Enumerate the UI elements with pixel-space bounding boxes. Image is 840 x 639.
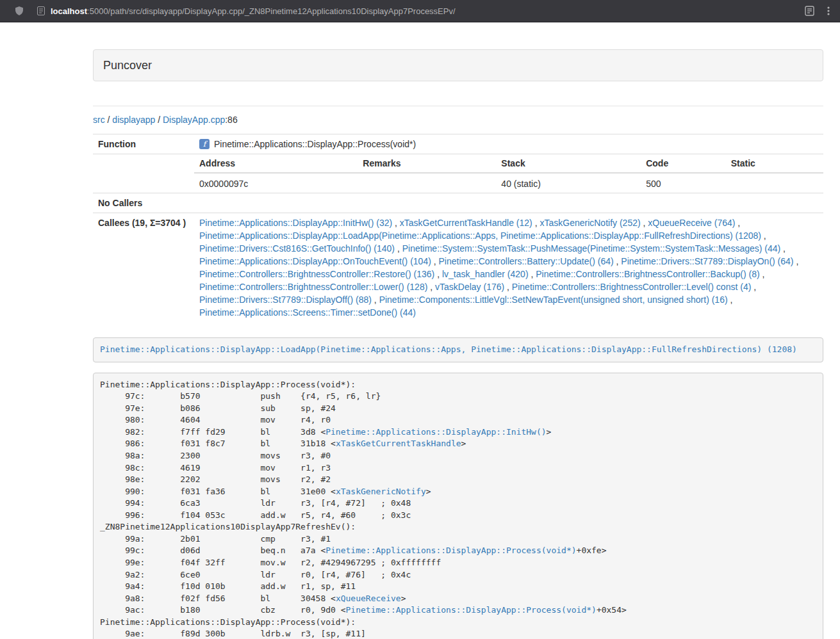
callee-link[interactable]: Pinetime::Controllers::BrightnessControl…: [512, 282, 751, 292]
selected-symbol-box: Pinetime::Applications::DisplayApp::Load…: [93, 337, 823, 362]
selected-symbol-link[interactable]: Pinetime::Applications::DisplayApp::Load…: [100, 344, 797, 354]
breadcrumb: src / displayapp / DisplayApp.cpp:86: [93, 113, 823, 126]
stats-header-row: Address Remarks Stack Code Static: [194, 154, 823, 173]
disassembly-symbol-link[interactable]: Pinetime::Applications::DisplayApp::Proc…: [346, 605, 597, 615]
callee-link[interactable]: xTaskGetCurrentTaskHandle (12): [400, 218, 532, 228]
callee-separator: ,: [504, 282, 512, 292]
callees-row: Callees (19, Σ=3704 ) Pinetime::Applicat…: [93, 213, 823, 323]
no-callers-label: No Callers: [93, 193, 194, 213]
callee-separator: ,: [392, 218, 400, 228]
function-row-label: Function: [93, 134, 194, 154]
callee-link[interactable]: Pinetime::Applications::DisplayApp::Load…: [199, 231, 761, 241]
callee-link[interactable]: Pinetime::Controllers::Battery::Update()…: [439, 256, 614, 266]
callee-separator: ,: [735, 218, 740, 228]
stats-value-row: 0x0000097c 40 (static) 500: [194, 173, 823, 193]
stats-header-code: Code: [641, 154, 726, 173]
stats-row: Address Remarks Stack Code Static 0x0000…: [93, 154, 823, 193]
browser-toolbar: localhost:5000/path/src/displayapp/Displ…: [0, 0, 840, 22]
callee-link[interactable]: Pinetime::Drivers::St7789::DisplayOn() (…: [621, 256, 793, 266]
url-host: localhost: [51, 6, 87, 16]
callee-separator: ,: [761, 231, 766, 241]
callee-separator: ,: [641, 218, 648, 228]
callee-link[interactable]: Pinetime::Applications::DisplayApp::OnTo…: [199, 256, 431, 266]
page-content: Puncover src / displayapp / DisplayApp.c…: [93, 49, 823, 639]
stats-header-address: Address: [194, 154, 358, 173]
app-title: Puncover: [94, 50, 823, 81]
function-name: Pinetime::Applications::DisplayApp::Proc…: [214, 139, 416, 149]
callee-separator: ,: [529, 269, 536, 279]
callee-separator: ,: [794, 256, 799, 266]
url-bar[interactable]: localhost:5000/path/src/displayapp/Displ…: [37, 6, 805, 16]
callee-link[interactable]: Pinetime::Applications::DisplayApp::Init…: [199, 218, 392, 228]
disassembly-symbol-link[interactable]: Pinetime::Applications::DisplayApp::Proc…: [325, 546, 576, 555]
stats-header-stack: Stack: [496, 154, 641, 173]
url-text: localhost:5000/path/src/displayapp/Displ…: [51, 6, 456, 16]
stats-value-address: 0x0000097c: [194, 173, 358, 193]
no-callers-row: No Callers: [93, 193, 823, 213]
disassembly-code: Pinetime::Applications::DisplayApp::Proc…: [93, 373, 823, 639]
breadcrumb-link-displayapp[interactable]: displayapp: [112, 115, 155, 125]
breadcrumb-separator: /: [108, 115, 110, 125]
stats-header-static: Static: [726, 154, 823, 173]
stats-row-label: [93, 154, 194, 193]
callee-link[interactable]: Pinetime::Drivers::Cst816S::GetTouchInfo…: [199, 243, 395, 254]
callee-link[interactable]: Pinetime::Controllers::BrightnessControl…: [199, 282, 427, 292]
stats-value-code: 500: [641, 173, 726, 193]
divider: [93, 106, 823, 106]
breadcrumb-link-src[interactable]: src: [93, 115, 105, 125]
disassembly-symbol-link[interactable]: xTaskGetCurrentTaskHandle: [336, 439, 461, 448]
callee-separator: ,: [751, 282, 756, 292]
shield-icon[interactable]: [14, 6, 24, 16]
callee-separator: ,: [431, 256, 439, 266]
callee-link[interactable]: lv_task_handler (420): [442, 269, 529, 279]
callee-separator: ,: [728, 295, 733, 305]
callee-link[interactable]: Pinetime::Drivers::St7789::DisplayOff() …: [199, 295, 372, 305]
stats-value-static: [726, 173, 823, 193]
app-panel: Puncover: [93, 49, 823, 81]
breadcrumb-separator: /: [158, 115, 160, 125]
callee-separator: ,: [532, 218, 540, 228]
callee-link[interactable]: Pinetime::Controllers::BrightnessControl…: [536, 269, 759, 279]
callee-link[interactable]: xQueueReceive (764): [648, 218, 735, 228]
stats-header-remarks: Remarks: [358, 154, 496, 173]
function-row: Function fPinetime::Applications::Displa…: [93, 134, 823, 154]
callee-separator: ,: [372, 295, 379, 305]
stats-value-stack: 40 (static): [496, 173, 641, 193]
callee-separator: ,: [760, 269, 765, 279]
callee-link[interactable]: Pinetime::Controllers::BrightnessControl…: [199, 269, 434, 279]
callees-cell: Pinetime::Applications::DisplayApp::Init…: [194, 213, 823, 323]
callee-link[interactable]: Pinetime::Applications::Screens::Timer::…: [199, 307, 416, 318]
callee-separator: ,: [614, 256, 622, 266]
reader-view-icon[interactable]: [805, 6, 814, 16]
disassembly-symbol-link[interactable]: xTaskGenericNotify: [336, 487, 426, 496]
stats-value-remarks: [358, 173, 496, 193]
breadcrumb-line-number: :86: [225, 115, 237, 125]
callee-separator: ,: [434, 269, 442, 279]
function-name-cell: fPinetime::Applications::DisplayApp::Pro…: [194, 134, 823, 154]
no-callers-cell: [194, 193, 823, 213]
url-path: :5000/path/src/displayapp/DisplayApp.cpp…: [87, 6, 456, 16]
breadcrumb-link-file[interactable]: DisplayApp.cpp: [163, 115, 225, 125]
callees-label: Callees (19, Σ=3704 ): [93, 213, 194, 323]
stats-cell: Address Remarks Stack Code Static 0x0000…: [194, 154, 823, 193]
function-icon: f: [199, 139, 210, 149]
callee-link[interactable]: Pinetime::Components::LittleVgl::SetNewT…: [379, 295, 728, 305]
callee-link[interactable]: vTaskDelay (176): [435, 282, 504, 292]
page-icon: [37, 6, 45, 15]
disassembly-symbol-link[interactable]: xQueueReceive: [336, 594, 401, 603]
callee-link[interactable]: xTaskGenericNotify (252): [539, 218, 640, 228]
callee-separator: ,: [780, 243, 786, 254]
symbol-table: Function fPinetime::Applications::Displa…: [93, 134, 823, 322]
disassembly-symbol-link[interactable]: Pinetime::Applications::DisplayApp::Init…: [325, 427, 546, 437]
kebab-menu-icon[interactable]: [827, 6, 830, 16]
toolbar-actions: [805, 6, 830, 16]
callee-separator: ,: [427, 282, 435, 292]
callee-separator: ,: [395, 243, 402, 254]
stats-table: Address Remarks Stack Code Static 0x0000…: [194, 154, 823, 193]
callee-link[interactable]: Pinetime::System::SystemTask::PushMessag…: [402, 243, 781, 254]
